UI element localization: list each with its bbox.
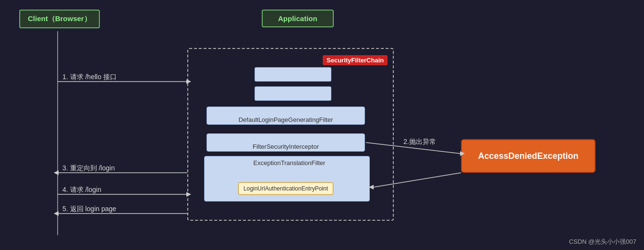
access-denied-exception: AccessDeniedException <box>461 139 595 173</box>
filter-placeholder-2 <box>255 86 331 101</box>
application-box: Application <box>262 10 334 27</box>
svg-text:1. 请求 /hello 接口: 1. 请求 /hello 接口 <box>62 73 117 81</box>
filter-placeholder-1 <box>255 67 331 82</box>
watermark: CSDN @光头小小强007 <box>569 238 636 246</box>
svg-text:5. 返回 login page: 5. 返回 login page <box>62 205 116 213</box>
svg-marker-8 <box>54 170 59 175</box>
svg-text:3. 重定向到 /login: 3. 重定向到 /login <box>62 164 115 172</box>
login-entry-point: LoginUrlAuthenticationEntryPoint <box>238 182 333 195</box>
diagram-area: Client（Browser） Application SecurityFilt… <box>0 0 644 250</box>
default-login-filter: DefaultLoginPageGeneratingFilter <box>207 107 365 125</box>
client-box: Client（Browser） <box>19 10 100 28</box>
security-filter-chain-label: SecurityFilterChain <box>323 55 388 65</box>
login-entry-point-outer: LoginUrlAuthenticationEntryPoint <box>207 179 365 198</box>
svg-text:2.抛出异常: 2.抛出异常 <box>403 138 436 145</box>
svg-text:4. 请求 /login: 4. 请求 /login <box>62 186 101 193</box>
svg-marker-16 <box>54 211 59 216</box>
exception-translation-label: ExceptionTranslationFilter <box>219 159 360 167</box>
filter-security-interceptor: FilterSecurityInterceptor <box>207 133 365 152</box>
